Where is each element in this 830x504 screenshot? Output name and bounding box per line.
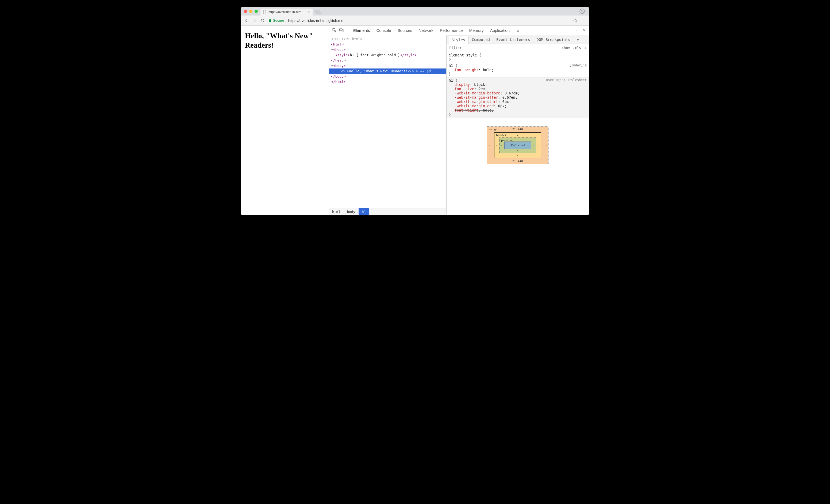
styles-panel: StylesComputedEvent ListenersDOM Breakpo…	[447, 35, 589, 215]
forward-button[interactable]	[252, 19, 257, 23]
devtools-toolbar: ElementsConsoleSourcesNetworkPerformance…	[329, 26, 589, 35]
css-declaration[interactable]: -webkit-margin-start: 0px;	[449, 99, 587, 104]
back-button[interactable]	[245, 19, 249, 23]
breadcrumb-html[interactable]: html	[329, 208, 344, 215]
dom-doctype[interactable]: <!DOCTYPE html>	[329, 36, 446, 42]
box-model: margin 21.440 21.440 - - border - - - -	[447, 119, 589, 215]
inspect-icon[interactable]	[331, 27, 338, 33]
breadcrumb-body[interactable]: body	[344, 208, 358, 215]
dom-head-open[interactable]: ▼<head>	[329, 47, 446, 53]
css-declaration[interactable]: -webkit-margin-after: 0.67em;	[449, 95, 587, 99]
devtools-tab-elements[interactable]: Elements	[350, 26, 373, 35]
rule-h1-authored[interactable]: h1 { (index):4 font-weight: bold; }	[447, 63, 589, 77]
dom-body-close[interactable]: </body>	[329, 74, 446, 79]
css-declaration[interactable]: display: block;	[449, 83, 587, 87]
styles-tab-dom-breakpoints[interactable]: DOM Breakpoints	[533, 35, 573, 43]
styles-tab-computed[interactable]: Computed	[469, 35, 493, 43]
rule-source-link[interactable]: (index):4	[569, 63, 587, 68]
rendered-page: Hello, "What's New" Readers!	[241, 26, 329, 215]
dom-body-open[interactable]: ▼<body>	[329, 63, 446, 68]
url-separator: |	[286, 19, 287, 23]
devtools-tab-memory[interactable]: Memory	[466, 26, 487, 35]
styles-tabs-overflow[interactable]: »	[574, 35, 582, 43]
reload-button[interactable]	[260, 19, 265, 23]
cls-toggle[interactable]: .cls	[573, 46, 581, 50]
devtools-tabs: ElementsConsoleSourcesNetworkPerformance…	[350, 26, 513, 35]
css-declaration[interactable]: font-size: 2em;	[449, 87, 587, 91]
dom-style[interactable]: <style>h1 { font-weight: bold }</style>	[329, 53, 446, 58]
lock-icon	[268, 19, 272, 22]
devtools-tab-performance[interactable]: Performance	[437, 26, 466, 35]
dom-tree[interactable]: <!DOCTYPE html> <html> ▼<head> <style>h1…	[329, 35, 446, 208]
svg-rect-2	[269, 20, 271, 22]
close-tab-button[interactable]: ✕	[307, 10, 310, 14]
box-content[interactable]: 352 × 74	[504, 141, 531, 149]
devtools-tab-network[interactable]: Network	[416, 26, 437, 35]
devtools-tab-application[interactable]: Application	[487, 26, 513, 35]
tab-title: https://overrides-in-html.glitch…	[268, 10, 305, 14]
profile-button[interactable]	[579, 8, 585, 14]
window-controls	[244, 10, 258, 13]
dom-html-open[interactable]: <html>	[329, 42, 446, 47]
new-tab-button[interactable]	[314, 10, 322, 14]
box-padding[interactable]: padding - - - - 352 × 74	[499, 137, 536, 153]
dom-head-close[interactable]: </head>	[329, 58, 446, 63]
devtools-tab-console[interactable]: Console	[373, 26, 394, 35]
content-area: Hello, "What's New" Readers! ElementsCon…	[241, 26, 589, 215]
hov-toggle[interactable]: :hov	[562, 46, 570, 50]
css-declaration[interactable]: font-weight: bold;	[449, 68, 587, 72]
breadcrumb: htmlbodyh1	[329, 208, 446, 215]
tab-strip: https://overrides-in-html.glitch… ✕	[241, 7, 589, 15]
rule-element-style[interactable]: element.style { }	[447, 53, 589, 63]
maximize-window-button[interactable]	[255, 10, 258, 13]
omnibox[interactable]: Secure | https://overrides-in-html.glitc…	[268, 19, 570, 23]
close-window-button[interactable]	[244, 10, 247, 13]
box-margin[interactable]: margin 21.440 21.440 - - border - - - -	[487, 127, 548, 164]
new-style-rule-button[interactable]: +	[584, 45, 587, 51]
rule-h1-user-agent[interactable]: h1 { user agent stylesheet display: bloc…	[447, 77, 589, 118]
styles-filter-input[interactable]	[449, 45, 559, 50]
browser-tab[interactable]: https://overrides-in-html.glitch… ✕	[260, 8, 313, 15]
svg-point-1	[581, 10, 583, 11]
minimize-window-button[interactable]	[249, 10, 252, 13]
page-icon	[263, 10, 266, 14]
dom-html-close[interactable]: </html>	[329, 79, 446, 85]
devtools: ElementsConsoleSourcesNetworkPerformance…	[329, 26, 589, 215]
css-declaration[interactable]: -webkit-margin-end: 0px;	[449, 104, 587, 108]
rule-source-ua: user agent stylesheet	[546, 78, 587, 83]
styles-tab-styles[interactable]: Styles	[448, 36, 469, 44]
styles-tabs: StylesComputedEvent ListenersDOM Breakpo…	[447, 35, 589, 44]
address-bar: Secure | https://overrides-in-html.glitc…	[241, 15, 589, 26]
chrome-menu-button[interactable]: ⋮	[581, 18, 585, 23]
devtools-tabs-overflow[interactable]: »	[514, 26, 522, 35]
devtools-kebab-menu[interactable]: ⋮	[575, 28, 579, 33]
bookmark-button[interactable]	[573, 18, 578, 23]
secure-label: Secure	[273, 19, 284, 23]
breadcrumb-h1[interactable]: h1	[359, 208, 369, 215]
style-rules: element.style { } h1 { (index):4 font-we…	[447, 52, 589, 119]
elements-panel: <!DOCTYPE html> <html> ▼<head> <style>h1…	[329, 35, 447, 215]
styles-tab-event-listeners[interactable]: Event Listeners	[493, 35, 533, 43]
dom-h1-selected[interactable]: … <h1>Hello, "What's New" Readers!</h1> …	[329, 68, 446, 74]
devtools-close-button[interactable]: ✕	[583, 28, 586, 33]
css-declaration[interactable]: font-weight: bold;	[449, 108, 587, 113]
device-toggle-icon[interactable]	[339, 27, 344, 33]
url-text: https://overrides-in-html.glitch.me	[288, 19, 343, 23]
box-border[interactable]: border - - - - padding - - -	[494, 132, 541, 158]
css-declaration[interactable]: -webkit-margin-before: 0.67em;	[449, 91, 587, 95]
browser-window: https://overrides-in-html.glitch… ✕ Secu…	[241, 7, 589, 215]
devtools-tab-sources[interactable]: Sources	[394, 26, 416, 35]
page-heading: Hello, "What's New" Readers!	[245, 31, 325, 50]
styles-filter-bar: :hov .cls +	[447, 44, 589, 52]
